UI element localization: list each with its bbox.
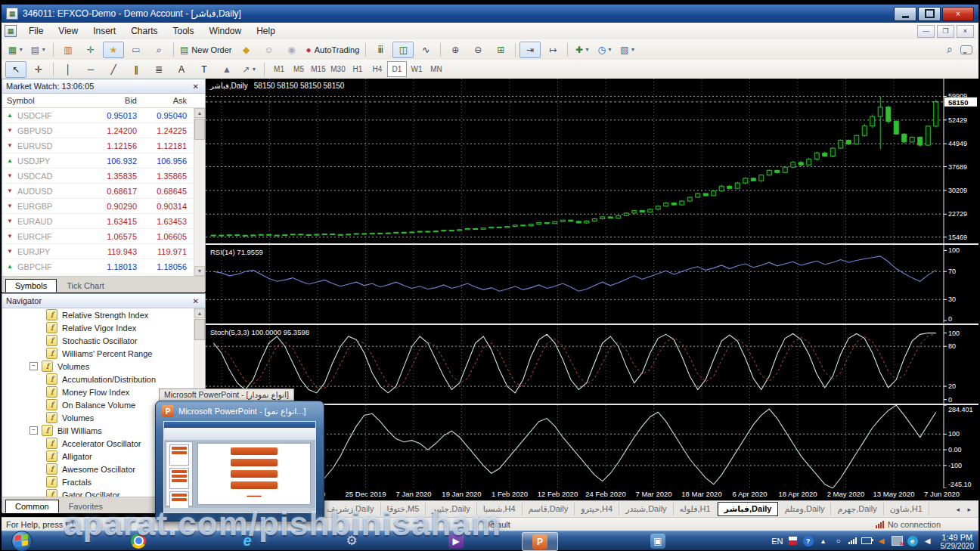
tree-item[interactable]: fAccumulation/Distribution	[2, 373, 205, 385]
chart-tab[interactable]: شاون,H1	[884, 503, 929, 515]
clock[interactable]: 1:49 PM 5/29/2020	[941, 531, 975, 550]
keyboard-layout-icon[interactable]	[788, 536, 799, 546]
child-restore-button[interactable]: ❐	[937, 25, 954, 38]
menu-help[interactable]: Help	[249, 23, 283, 39]
price-chart[interactable]: 5990952429449493768930209227291546958150	[206, 79, 978, 243]
zoom-out-button[interactable]: ⊖	[467, 42, 488, 58]
templates-button[interactable]: ▧▼	[617, 42, 638, 58]
show-hidden-icons[interactable]: ▴	[818, 536, 829, 546]
navigator-button[interactable]: ★	[103, 42, 124, 58]
menu-tools[interactable]: Tools	[166, 23, 202, 39]
market-watch-tab-tick-chart[interactable]: Tick Chart	[57, 279, 114, 293]
autotrading-button[interactable]: ●AutoTrading	[304, 42, 362, 58]
tree-item[interactable]: fRelative Strength Index	[2, 308, 205, 321]
collapse-icon[interactable]: −	[29, 426, 38, 435]
signal-icon[interactable]	[848, 537, 857, 544]
maximize-button[interactable]	[918, 7, 941, 21]
table-row[interactable]: ▼GBPUSD1.242001.24225	[2, 123, 205, 138]
profiles-button[interactable]: ▤▼	[28, 42, 49, 58]
powerpoint-thumbnail-popup[interactable]: P Microsoft PowerPoint - [انواع نمو...]	[155, 401, 324, 522]
child-close-button[interactable]: ×	[957, 25, 974, 38]
auto-scroll-button[interactable]: ⇥	[519, 42, 541, 58]
timeframe-mn[interactable]: MN	[426, 61, 446, 77]
chart-tab[interactable]: ومتلم,Daily	[778, 503, 831, 515]
menu-file[interactable]: File	[21, 23, 51, 39]
start-button[interactable]	[5, 532, 39, 549]
table-row[interactable]: ▼AUDUSD0.686170.68645	[2, 184, 205, 199]
vertical-line-button[interactable]: │	[57, 61, 79, 78]
timeframe-h1[interactable]: H1	[348, 61, 368, 77]
chart-tab[interactable]: جهرم,Daily	[831, 503, 883, 515]
channel-button[interactable]: ∥	[126, 61, 147, 78]
child-minimize-button[interactable]: —	[917, 25, 935, 38]
timeframe-m1[interactable]: M1	[269, 61, 289, 77]
internet-tray-icon[interactable]: e	[907, 536, 918, 546]
market-watch-tab-symbols[interactable]: Symbols	[5, 279, 57, 293]
powerpoint-window-thumbnail[interactable]: ▂▂▂▂▂	[163, 421, 316, 513]
terminal-button[interactable]: ▭	[126, 42, 147, 58]
table-row[interactable]: ▼EURAUD1.634151.63453	[2, 214, 205, 229]
chart-tab[interactable]: حيترو,H4	[575, 503, 619, 515]
table-row[interactable]: ▲CADJPY78.70678.739	[2, 274, 205, 276]
table-row[interactable]: ▼EURGBP0.902900.90314	[2, 199, 205, 214]
powerpoint-taskbar-button[interactable]: P	[522, 532, 558, 551]
scroll-thumb[interactable]	[194, 319, 205, 340]
menu-window[interactable]: Window	[202, 23, 250, 39]
timeframe-h4[interactable]: H4	[368, 61, 387, 77]
column-symbol[interactable]: Symbol	[2, 96, 79, 105]
chart-tab[interactable]: فباشر,Daily	[718, 502, 779, 516]
metaeditor-button[interactable]: ◆	[236, 42, 257, 58]
action-center-icon[interactable]: ○	[833, 536, 844, 546]
help-icon[interactable]: ?	[803, 536, 814, 546]
stochastic-indicator-panel[interactable]: 10080200	[206, 325, 978, 404]
candlestick-button[interactable]: ◫	[392, 42, 414, 58]
menu-charts[interactable]: Charts	[123, 23, 165, 39]
network-error-icon[interactable]	[892, 536, 903, 546]
experts-button[interactable]: ☺	[259, 42, 280, 58]
crosshair-button[interactable]: ✛	[28, 61, 49, 78]
close-icon[interactable]: ✕	[191, 82, 201, 91]
timeframe-m5[interactable]: M5	[289, 61, 309, 77]
table-row[interactable]: ▲GBPCHF1.180131.18056	[2, 259, 205, 274]
scroll-down-icon[interactable]: ▼	[194, 266, 205, 276]
close-button[interactable]: ×	[942, 7, 974, 21]
data-window-button[interactable]: ✛	[80, 42, 101, 58]
battery-icon[interactable]	[861, 537, 872, 544]
new-order-button[interactable]: ▤New Order	[178, 42, 234, 58]
indicators-button[interactable]: ✚▼	[572, 42, 593, 58]
tree-item[interactable]: −fVolumes	[2, 360, 205, 373]
table-row[interactable]: ▼EURJPY119.943119.971	[2, 244, 205, 259]
shapes-button[interactable]: ▲	[216, 61, 237, 78]
app-window-icon[interactable]: ▣	[640, 532, 675, 549]
strategy-tester-button[interactable]: ⌕	[148, 42, 169, 58]
tree-item[interactable]: fStochastic Oscillator	[2, 334, 205, 347]
horizontal-line-button[interactable]: ─	[80, 61, 101, 78]
scroll-thumb[interactable]	[194, 119, 205, 140]
cursor-button[interactable]: ↖	[5, 61, 26, 78]
scroll-up-icon[interactable]: ▲	[194, 108, 205, 118]
arrows-button[interactable]: ↗▼	[239, 61, 260, 78]
community-chat-icon[interactable]	[960, 45, 972, 54]
timeframe-d1[interactable]: D1	[387, 61, 407, 77]
chart-tab[interactable]: فلوله,H1	[674, 503, 718, 515]
collapse-icon[interactable]: −	[29, 362, 38, 370]
tree-item[interactable]: fRelative Vigor Index	[2, 321, 205, 334]
zoom-in-button[interactable]: ⊕	[445, 42, 466, 58]
rsi-indicator-panel[interactable]: 10070300	[206, 245, 978, 323]
close-icon[interactable]: ✕	[191, 297, 201, 305]
market-watch-scrollbar[interactable]: ▲ ▼	[194, 108, 205, 276]
table-row[interactable]: ▲USDJPY106.932106.956	[2, 153, 205, 169]
periods-button[interactable]: ◷▼	[594, 42, 616, 58]
sound-button[interactable]: ◉	[281, 42, 302, 58]
table-row[interactable]: ▼EURUSD1.121561.12181	[2, 138, 205, 153]
minimize-button[interactable]	[894, 7, 916, 21]
chart-tab[interactable]: قاسم,Daily	[523, 503, 575, 515]
speaker-warning-icon[interactable]: ◀	[876, 536, 887, 546]
chart-tab[interactable]: شبتدر,Daily	[619, 503, 673, 515]
navigator-tab-common[interactable]: Common	[5, 500, 59, 513]
language-indicator[interactable]: EN	[771, 537, 783, 546]
bar-chart-button[interactable]: ⅲ	[370, 42, 391, 58]
menu-insert[interactable]: Insert	[85, 23, 123, 39]
column-ask[interactable]: Ask	[137, 96, 190, 105]
tree-item[interactable]: fWilliams' Percent Range	[2, 347, 205, 360]
